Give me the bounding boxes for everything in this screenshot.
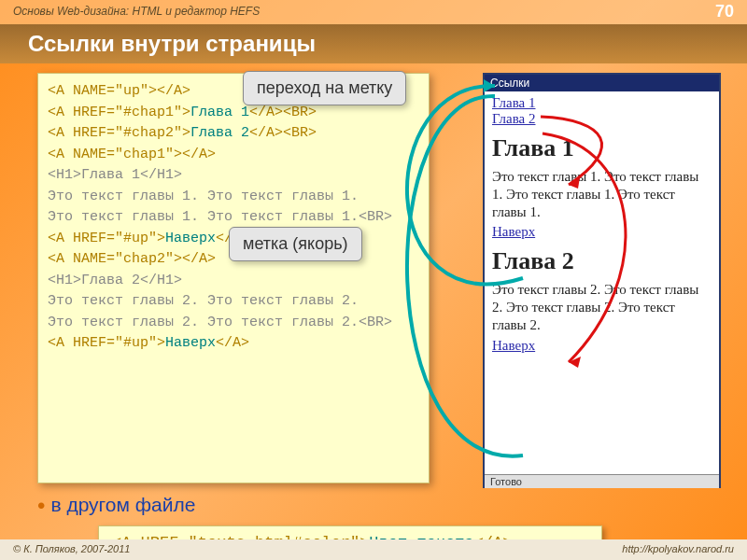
callout-anchor: метка (якорь) [229,227,362,261]
preview-titlebar: Ссылки [485,75,719,91]
header: Основы Web-дизайна: HTML и редактор HEFS… [0,0,747,24]
code-href-chap2-close: </A><BR> [249,125,317,141]
code-h1-2: <H1>Глава 2</H1> [48,271,419,292]
code-href-up2-open: <A HREF="#up"> [48,335,165,351]
svg-marker-1 [569,357,581,368]
code-href-up2-close: </A> [216,335,249,351]
code-href-chap2-open: <A HREF="#chap2"> [48,125,190,141]
code-up-text-2: Наверх [165,335,216,351]
code-up-text-1: Наверх [165,231,216,246]
code-anchor-up-close: </A> [157,83,190,99]
code-href-chap1-close: </A><BR> [249,105,317,120]
slide-title: Ссылки внутри страницы [0,24,747,63]
code-anchor-chap2-open: <A NAME="chap2"> [48,251,182,267]
bullet-icon: • [37,493,45,518]
code-link-text-2: Глава 2 [190,125,249,141]
content-area: <A NAME="up"></A> <A HREF="#chap1">Глава… [0,63,747,530]
code-href-up1-open: <A HREF="#up"> [48,231,165,246]
code-href-chap1-open: <A HREF="#chap1"> [48,105,190,120]
preview-statusbar: Готово [485,474,719,488]
pv-paragraph-1: Это текст главы 1. Это текст главы 1. Эт… [492,168,712,220]
code-body-2b: Это текст главы 2. Это текст главы 2.<BR… [48,313,419,334]
code-link-text-1: Глава 1 [190,105,249,120]
pv-paragraph-2: Это текст главы 2. Это текст главы 2. Эт… [492,281,712,333]
pv-heading-1: Глава 1 [492,134,712,162]
preview-body: Глава 1 Глава 2 Глава 1 Это текст главы … [485,91,719,474]
browser-preview: Ссылки Глава 1 Глава 2 Глава 1 Это текст… [483,73,721,488]
code-body-1a: Это текст главы 1. Это текст главы 1. [48,187,419,208]
pv-up-1[interactable]: Наверх [492,224,535,239]
pv-link-2[interactable]: Глава 2 [492,111,535,126]
footer-url: http://kpolyakov.narod.ru [622,543,734,556]
code-anchor-chap1-close: </A> [182,147,216,162]
copyright: © К. Поляков, 2007-2011 [13,543,130,556]
other-file-text: в другом файле [50,494,195,515]
pv-link-1[interactable]: Глава 1 [492,95,535,110]
footer: © К. Поляков, 2007-2011 http://kpolyakov… [0,539,747,560]
pv-up-2[interactable]: Наверх [492,338,535,353]
other-file-label: •в другом файле [37,493,195,519]
code-block: <A NAME="up"></A> <A HREF="#chap1">Глава… [37,73,430,483]
code-anchor-chap2-close: </A> [182,251,216,267]
code-anchor-chap1-open: <A NAME="chap1"> [48,147,182,162]
code-anchor-up-open: <A NAME="up"> [48,83,157,99]
code-h1-1: <H1>Глава 1</H1> [48,165,419,187]
course-label: Основы Web-дизайна: HTML и редактор HEFS [13,5,260,24]
callout-jump: переход на метку [243,71,406,105]
code-body-2a: Это текст главы 2. Это текст главы 2. [48,291,419,313]
page-number: 70 [715,2,734,24]
pv-heading-2: Глава 2 [492,247,712,275]
code-body-1b: Это текст главы 1. Это текст главы 1.<BR… [48,207,419,229]
